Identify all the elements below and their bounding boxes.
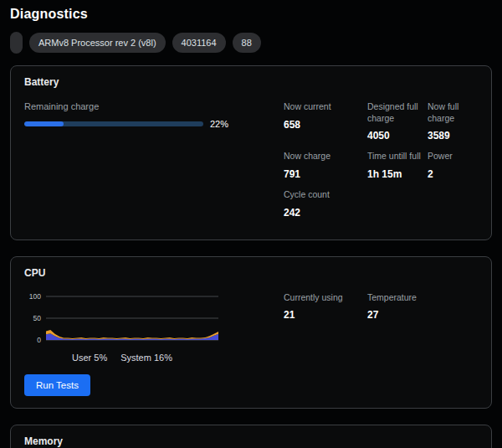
battery-stat-power: Power 2 [428, 151, 478, 180]
stat-value: 1h 15m [367, 168, 424, 180]
legend-system: System 16% [120, 353, 172, 363]
battery-card-title: Battery [24, 76, 478, 88]
stat-value: 27 [367, 309, 474, 321]
svg-text:0: 0 [37, 336, 41, 344]
stat-value: 4050 [367, 130, 424, 142]
chip-battery-level: 88 [233, 33, 261, 53]
stat-label: Now charge [284, 151, 364, 162]
cpu-run-tests-button[interactable]: Run Tests [24, 374, 90, 396]
cpu-stat-currently-using: Currently using 21 [284, 292, 367, 322]
cpu-stat-temperature: Temperature 27 [367, 292, 478, 322]
stat-value: 3589 [428, 130, 474, 142]
page-title: Diagnostics [10, 7, 492, 22]
cpu-chart-legend: User 5% System 16% [24, 353, 220, 363]
battery-stat-time-until-full: Time untill full 1h 15m [367, 151, 428, 180]
stat-value: 658 [284, 119, 364, 131]
cpu-card: CPU 100500 User 5% System 16% Currently … [10, 256, 492, 409]
legend-user: User 5% [72, 353, 107, 363]
battery-progressbar [24, 121, 203, 126]
battery-stat-now-full-charge: Now full charge 3589 [428, 101, 478, 142]
battery-stat-designed-full-charge: Designed full charge 4050 [367, 101, 428, 142]
stat-label: Currently using [284, 292, 364, 304]
cpu-card-title: CPU [24, 267, 478, 279]
battery-stat-cycle-count: Cycle count 242 [284, 189, 367, 219]
device-icon-chip [10, 32, 23, 54]
memory-card-title: Memory [24, 435, 478, 447]
svg-text:50: 50 [33, 314, 42, 322]
battery-stat-now-charge: Now charge 791 [284, 151, 367, 180]
battery-stats-grid: Now current 658 Designed full charge 405… [284, 101, 478, 228]
battery-progress-fill [24, 121, 64, 126]
diagnostics-page: Diagnostics ARMv8 Processor rev 2 (v8l) … [0, 0, 502, 448]
stat-label: Power [428, 151, 474, 162]
stat-label: Designed full charge [367, 101, 424, 124]
stat-label: Temperature [367, 292, 474, 304]
cpu-usage-chart: 100500 [24, 292, 220, 346]
svg-text:100: 100 [29, 292, 41, 301]
stat-label: Time untill full [367, 151, 424, 162]
chip-memory-total: 4031164 [172, 33, 226, 53]
battery-card: Battery Remaining charge 22% Now current… [10, 65, 492, 240]
stat-value: 2 [428, 168, 474, 180]
memory-card: Memory Used memory 64% Total Memory 4031… [10, 425, 492, 448]
battery-percent-value: 22% [210, 119, 232, 129]
stat-value: 242 [284, 207, 364, 219]
stat-label: Now current [284, 101, 364, 113]
stat-label: Cycle count [284, 189, 364, 201]
stat-label: Now full charge [428, 101, 474, 124]
cpu-stats-grid: Currently using 21 Temperature 27 [284, 292, 478, 331]
stat-value: 791 [284, 168, 364, 180]
chip-processor: ARMv8 Processor rev 2 (v8l) [29, 33, 166, 53]
device-chips: ARMv8 Processor rev 2 (v8l) 4031164 88 [10, 32, 492, 54]
battery-stat-now-current: Now current 658 [284, 101, 367, 142]
stat-value: 21 [284, 309, 364, 321]
battery-remaining-label: Remaining charge [24, 101, 232, 111]
